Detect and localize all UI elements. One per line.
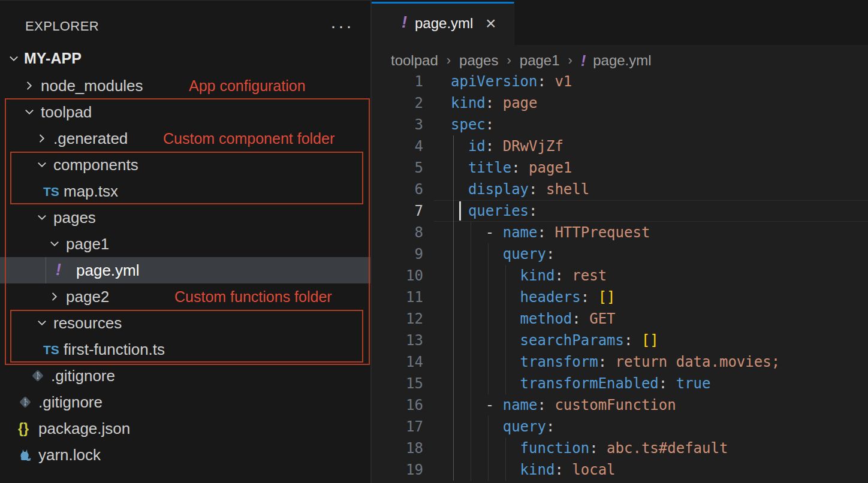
code-line-14[interactable]: 14transform: return data.movies;	[372, 351, 868, 373]
yaml-value: rest	[572, 267, 607, 284]
code-line-13[interactable]: 13searchParams: []	[372, 330, 868, 351]
tab-page-yml[interactable]: ! page.yml ×	[372, 2, 514, 45]
indent-guide	[505, 437, 506, 459]
breadcrumb: toolpad›pages›page1›!page.yml	[391, 50, 652, 71]
code-line-7[interactable]: 7queries:	[372, 200, 868, 222]
punctuation: :	[486, 138, 503, 155]
sidebar-folder--generated[interactable]: .generatedCustom component folder	[0, 125, 370, 152]
chevron-down-icon	[35, 316, 49, 332]
code-line-9[interactable]: 9query:	[372, 243, 868, 265]
breadcrumb-item-page1[interactable]: page1	[520, 52, 560, 69]
sidebar-folder-node-modules[interactable]: node_modulesApp configuration	[0, 73, 370, 99]
code-text: - name: HTTPrequest	[486, 222, 650, 243]
sidebar-folder-pages[interactable]: pages	[0, 204, 370, 231]
punctuation: :	[624, 332, 641, 349]
indent-guide	[505, 308, 506, 330]
sidebar-file--gitignore[interactable]: .gitignore	[0, 389, 370, 415]
sidebar-file--gitignore[interactable]: .gitignore	[0, 363, 370, 389]
code-line-11[interactable]: 11headers: []	[372, 286, 868, 308]
code-text: id: DRwVjZf	[468, 135, 563, 157]
sidebar-folder-page2[interactable]: page2Custom functions folder	[0, 283, 370, 310]
bracket-pair: []	[598, 289, 616, 306]
indent-guide	[471, 351, 471, 373]
sidebar-file-page-yml[interactable]: !page.yml	[0, 257, 370, 283]
red-annotation-text: Custom component folder	[163, 130, 334, 147]
close-icon[interactable]: ×	[486, 13, 496, 34]
breadcrumb-item-toolpad[interactable]: toolpad	[391, 52, 438, 69]
explorer-title: EXPLORER	[25, 19, 99, 34]
indent-guide	[488, 459, 489, 481]
indent-guide	[453, 200, 454, 222]
line-number: 6	[372, 179, 423, 200]
sidebar-file-first-function-ts[interactable]: TSfirst-function.ts	[0, 336, 370, 363]
punctuation: :	[546, 418, 554, 435]
breadcrumb-item-pages[interactable]: pages	[459, 52, 498, 69]
code-line-10[interactable]: 10kind: rest	[372, 265, 868, 286]
sidebar-folder-page1[interactable]: page1	[0, 231, 370, 257]
indent-guide	[505, 459, 506, 481]
code-text: headers: []	[520, 286, 616, 308]
yaml-key: headers	[520, 289, 581, 306]
line-number: 1	[372, 71, 423, 92]
sidebar-file-package-json[interactable]: {}package.json	[0, 415, 370, 442]
yaml-key: query	[503, 246, 546, 262]
punctuation: -	[486, 224, 503, 241]
sidebar-folder-components[interactable]: components	[0, 152, 370, 178]
tree-item-label: page.yml	[76, 261, 140, 280]
vscode-window: EXPLORER ··· MY-APP node_modulesApp conf…	[0, 0, 868, 483]
indent-guide	[453, 135, 454, 157]
code-line-19[interactable]: 19kind: local	[372, 459, 868, 481]
tree-root-my-app[interactable]: MY-APP	[0, 46, 370, 72]
explorer-sidebar: EXPLORER ··· MY-APP node_modulesApp conf…	[0, 0, 370, 483]
punctuation: :	[554, 461, 572, 478]
indent-guide	[453, 459, 454, 481]
code-text: display: shell	[468, 179, 589, 200]
more-actions-icon[interactable]: ···	[330, 13, 354, 39]
code-line-1[interactable]: 1apiVersion: v1	[372, 71, 868, 92]
code-line-8[interactable]: 8- name: HTTPrequest	[372, 222, 868, 243]
code-line-4[interactable]: 4id: DRwVjZf	[372, 135, 868, 157]
yaml-value: abc.ts#default	[607, 440, 728, 457]
sidebar-folder-resources[interactable]: resources	[0, 310, 370, 336]
yaml-value: page1	[529, 159, 572, 176]
yaml-key: function	[520, 440, 590, 457]
code-line-3[interactable]: 3spec:	[372, 114, 868, 135]
code-line-18[interactable]: 18function: abc.ts#default	[372, 437, 868, 459]
breadcrumb-separator-icon: ›	[568, 53, 572, 68]
red-annotation-text: Custom functions folder	[174, 288, 332, 306]
yaml-key: kind	[451, 95, 486, 111]
punctuation: :	[546, 246, 554, 262]
code-line-6[interactable]: 6display: shell	[372, 179, 868, 200]
line-number: 9	[372, 243, 423, 265]
line-number: 8	[372, 222, 423, 243]
indent-guide	[453, 179, 454, 200]
indent-guide	[488, 437, 489, 459]
code-line-2[interactable]: 2kind: page	[372, 92, 868, 114]
code-line-12[interactable]: 12method: GET	[372, 308, 868, 330]
sidebar-folder-toolpad[interactable]: toolpad	[0, 99, 370, 125]
yaml-value: shell	[546, 181, 589, 198]
code-line-17[interactable]: 17query:	[372, 416, 868, 437]
indent-guide	[505, 373, 506, 394]
indent-guide	[453, 308, 454, 330]
indent-guide	[453, 243, 454, 265]
punctuation: :	[529, 181, 546, 198]
sidebar-file-map-tsx[interactable]: TSmap.tsx	[0, 178, 370, 204]
tree-item-label: yarn.lock	[38, 446, 101, 464]
yarn-icon	[18, 448, 34, 466]
code-line-16[interactable]: 16- name: customFunction	[372, 394, 868, 416]
sidebar-file-yarn-lock[interactable]: yarn.lock	[0, 442, 370, 468]
code-text: queries:	[468, 200, 538, 222]
yaml-value: local	[572, 461, 615, 478]
code-text: method: GET	[520, 308, 616, 330]
tree-item-label: resources	[53, 314, 122, 333]
breadcrumb-item-page-yml[interactable]: page.yml	[593, 52, 651, 69]
indent-guide	[488, 286, 489, 308]
code-line-15[interactable]: 15transformEnabled: true	[372, 373, 868, 394]
chevron-down-icon	[35, 211, 49, 227]
json-icon: {}	[18, 421, 29, 437]
code-line-5[interactable]: 5title: page1	[372, 157, 868, 179]
code-editor[interactable]: 1apiVersion: v12kind: page3spec:4id: DRw…	[372, 71, 868, 483]
yaml-key: display	[468, 181, 529, 198]
code-text: query:	[503, 416, 555, 437]
